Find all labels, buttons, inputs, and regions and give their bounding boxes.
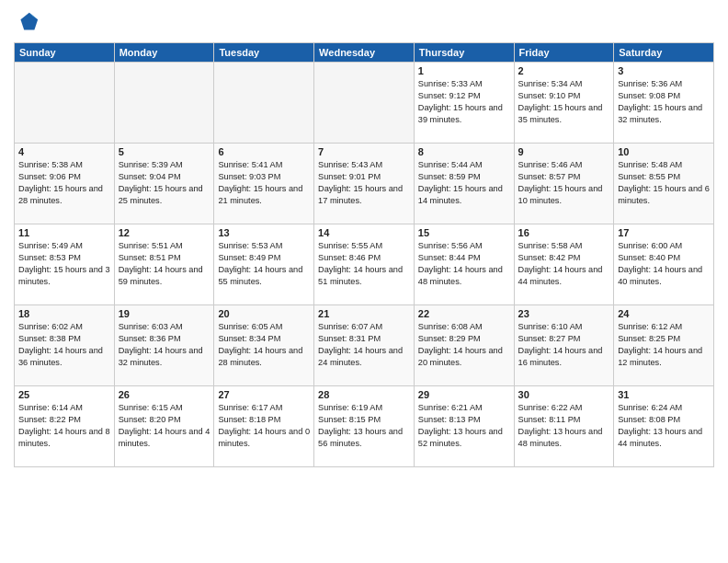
calendar-cell: 25Sunrise: 6:14 AMSunset: 8:22 PMDayligh… bbox=[15, 386, 115, 467]
calendar-cell: 29Sunrise: 6:21 AMSunset: 8:13 PMDayligh… bbox=[414, 386, 514, 467]
col-header-tuesday: Tuesday bbox=[214, 43, 314, 63]
calendar-cell bbox=[314, 63, 415, 144]
day-detail: Sunrise: 6:10 AMSunset: 8:27 PMDaylight:… bbox=[518, 321, 610, 369]
calendar-cell: 24Sunrise: 6:12 AMSunset: 8:25 PMDayligh… bbox=[614, 305, 714, 386]
day-detail: Sunrise: 5:49 AMSunset: 8:53 PMDaylight:… bbox=[18, 240, 110, 288]
day-detail: Sunrise: 6:14 AMSunset: 8:22 PMDaylight:… bbox=[18, 402, 110, 450]
day-number: 3 bbox=[618, 65, 710, 76]
day-detail: Sunrise: 5:33 AMSunset: 9:12 PMDaylight:… bbox=[418, 78, 510, 126]
day-number: 9 bbox=[518, 146, 610, 157]
calendar-cell: 31Sunrise: 6:24 AMSunset: 8:08 PMDayligh… bbox=[614, 386, 714, 467]
day-number: 16 bbox=[518, 227, 610, 238]
day-detail: Sunrise: 6:00 AMSunset: 8:40 PMDaylight:… bbox=[618, 240, 710, 288]
day-detail: Sunrise: 5:56 AMSunset: 8:44 PMDaylight:… bbox=[418, 240, 510, 288]
calendar-cell: 22Sunrise: 6:08 AMSunset: 8:29 PMDayligh… bbox=[414, 305, 514, 386]
day-number: 15 bbox=[418, 227, 510, 238]
header-row: SundayMondayTuesdayWednesdayThursdayFrid… bbox=[15, 43, 714, 63]
calendar-cell bbox=[214, 63, 314, 144]
day-number: 28 bbox=[318, 389, 410, 400]
day-number: 25 bbox=[18, 389, 110, 400]
calendar-cell: 5Sunrise: 5:39 AMSunset: 9:04 PMDaylight… bbox=[114, 144, 214, 224]
day-detail: Sunrise: 6:21 AMSunset: 8:13 PMDaylight:… bbox=[418, 402, 510, 450]
calendar-cell: 7Sunrise: 5:43 AMSunset: 9:01 PMDaylight… bbox=[314, 144, 415, 224]
week-row-0: 1Sunrise: 5:33 AMSunset: 9:12 PMDaylight… bbox=[15, 63, 714, 144]
day-number: 6 bbox=[218, 146, 310, 157]
calendar-cell: 20Sunrise: 6:05 AMSunset: 8:34 PMDayligh… bbox=[214, 305, 314, 386]
svg-marker-0 bbox=[20, 13, 38, 30]
day-number: 30 bbox=[518, 389, 610, 400]
calendar-cell: 18Sunrise: 6:02 AMSunset: 8:38 PMDayligh… bbox=[15, 305, 115, 386]
calendar-cell: 14Sunrise: 5:55 AMSunset: 8:46 PMDayligh… bbox=[314, 224, 415, 305]
col-header-friday: Friday bbox=[514, 43, 614, 63]
day-detail: Sunrise: 5:46 AMSunset: 8:57 PMDaylight:… bbox=[518, 159, 610, 207]
calendar-cell: 2Sunrise: 5:34 AMSunset: 9:10 PMDaylight… bbox=[514, 63, 614, 144]
day-detail: Sunrise: 5:58 AMSunset: 8:42 PMDaylight:… bbox=[518, 240, 610, 288]
day-detail: Sunrise: 5:36 AMSunset: 9:08 PMDaylight:… bbox=[618, 78, 710, 126]
day-number: 19 bbox=[119, 308, 210, 319]
logo-icon bbox=[14, 9, 40, 35]
calendar-cell: 11Sunrise: 5:49 AMSunset: 8:53 PMDayligh… bbox=[15, 224, 115, 305]
logo bbox=[14, 9, 43, 35]
week-row-3: 18Sunrise: 6:02 AMSunset: 8:38 PMDayligh… bbox=[15, 305, 714, 386]
day-number: 20 bbox=[218, 308, 310, 319]
col-header-wednesday: Wednesday bbox=[314, 43, 415, 63]
col-header-sunday: Sunday bbox=[15, 43, 115, 63]
day-number: 8 bbox=[418, 146, 510, 157]
calendar-cell: 12Sunrise: 5:51 AMSunset: 8:51 PMDayligh… bbox=[114, 224, 214, 305]
calendar-cell: 21Sunrise: 6:07 AMSunset: 8:31 PMDayligh… bbox=[314, 305, 415, 386]
week-row-4: 25Sunrise: 6:14 AMSunset: 8:22 PMDayligh… bbox=[15, 386, 714, 467]
week-row-1: 4Sunrise: 5:38 AMSunset: 9:06 PMDaylight… bbox=[15, 144, 714, 224]
day-number: 1 bbox=[418, 65, 510, 76]
day-number: 2 bbox=[518, 65, 610, 76]
day-detail: Sunrise: 6:15 AMSunset: 8:20 PMDaylight:… bbox=[119, 402, 210, 450]
day-detail: Sunrise: 6:02 AMSunset: 8:38 PMDaylight:… bbox=[18, 321, 110, 369]
calendar-cell: 27Sunrise: 6:17 AMSunset: 8:18 PMDayligh… bbox=[214, 386, 314, 467]
day-detail: Sunrise: 5:53 AMSunset: 8:49 PMDaylight:… bbox=[218, 240, 310, 288]
day-number: 10 bbox=[618, 146, 710, 157]
day-number: 5 bbox=[119, 146, 210, 157]
calendar-cell: 3Sunrise: 5:36 AMSunset: 9:08 PMDaylight… bbox=[614, 63, 714, 144]
day-number: 21 bbox=[318, 308, 410, 319]
day-number: 26 bbox=[119, 389, 210, 400]
day-detail: Sunrise: 5:48 AMSunset: 8:55 PMDaylight:… bbox=[618, 159, 710, 207]
day-number: 14 bbox=[318, 227, 410, 238]
calendar-cell: 23Sunrise: 6:10 AMSunset: 8:27 PMDayligh… bbox=[514, 305, 614, 386]
calendar-cell bbox=[114, 63, 214, 144]
calendar-cell: 13Sunrise: 5:53 AMSunset: 8:49 PMDayligh… bbox=[214, 224, 314, 305]
calendar-cell: 10Sunrise: 5:48 AMSunset: 8:55 PMDayligh… bbox=[614, 144, 714, 224]
day-number: 18 bbox=[18, 308, 110, 319]
day-detail: Sunrise: 6:12 AMSunset: 8:25 PMDaylight:… bbox=[618, 321, 710, 369]
day-detail: Sunrise: 6:24 AMSunset: 8:08 PMDaylight:… bbox=[618, 402, 710, 450]
day-detail: Sunrise: 5:55 AMSunset: 8:46 PMDaylight:… bbox=[318, 240, 410, 288]
day-detail: Sunrise: 6:17 AMSunset: 8:18 PMDaylight:… bbox=[218, 402, 310, 450]
day-number: 12 bbox=[119, 227, 210, 238]
calendar-cell: 6Sunrise: 5:41 AMSunset: 9:03 PMDaylight… bbox=[214, 144, 314, 224]
day-detail: Sunrise: 5:44 AMSunset: 8:59 PMDaylight:… bbox=[418, 159, 510, 207]
page: SundayMondayTuesdayWednesdayThursdayFrid… bbox=[0, 0, 728, 563]
calendar-cell: 16Sunrise: 5:58 AMSunset: 8:42 PMDayligh… bbox=[514, 224, 614, 305]
day-detail: Sunrise: 6:19 AMSunset: 8:15 PMDaylight:… bbox=[318, 402, 410, 450]
calendar-cell: 4Sunrise: 5:38 AMSunset: 9:06 PMDaylight… bbox=[15, 144, 115, 224]
day-detail: Sunrise: 6:22 AMSunset: 8:11 PMDaylight:… bbox=[518, 402, 610, 450]
day-detail: Sunrise: 6:05 AMSunset: 8:34 PMDaylight:… bbox=[218, 321, 310, 369]
day-number: 27 bbox=[218, 389, 310, 400]
calendar-cell: 17Sunrise: 6:00 AMSunset: 8:40 PMDayligh… bbox=[614, 224, 714, 305]
col-header-thursday: Thursday bbox=[414, 43, 514, 63]
calendar-cell: 28Sunrise: 6:19 AMSunset: 8:15 PMDayligh… bbox=[314, 386, 415, 467]
day-number: 11 bbox=[18, 227, 110, 238]
header bbox=[14, 9, 714, 35]
day-detail: Sunrise: 5:51 AMSunset: 8:51 PMDaylight:… bbox=[119, 240, 210, 288]
day-number: 17 bbox=[618, 227, 710, 238]
day-number: 23 bbox=[518, 308, 610, 319]
calendar-cell: 30Sunrise: 6:22 AMSunset: 8:11 PMDayligh… bbox=[514, 386, 614, 467]
col-header-saturday: Saturday bbox=[614, 43, 714, 63]
day-number: 13 bbox=[218, 227, 310, 238]
day-detail: Sunrise: 6:07 AMSunset: 8:31 PMDaylight:… bbox=[318, 321, 410, 369]
calendar-table: SundayMondayTuesdayWednesdayThursdayFrid… bbox=[14, 42, 714, 467]
calendar-cell: 19Sunrise: 6:03 AMSunset: 8:36 PMDayligh… bbox=[114, 305, 214, 386]
calendar-cell: 15Sunrise: 5:56 AMSunset: 8:44 PMDayligh… bbox=[414, 224, 514, 305]
calendar-cell: 8Sunrise: 5:44 AMSunset: 8:59 PMDaylight… bbox=[414, 144, 514, 224]
day-detail: Sunrise: 6:03 AMSunset: 8:36 PMDaylight:… bbox=[119, 321, 210, 369]
calendar-cell: 1Sunrise: 5:33 AMSunset: 9:12 PMDaylight… bbox=[414, 63, 514, 144]
day-number: 4 bbox=[18, 146, 110, 157]
